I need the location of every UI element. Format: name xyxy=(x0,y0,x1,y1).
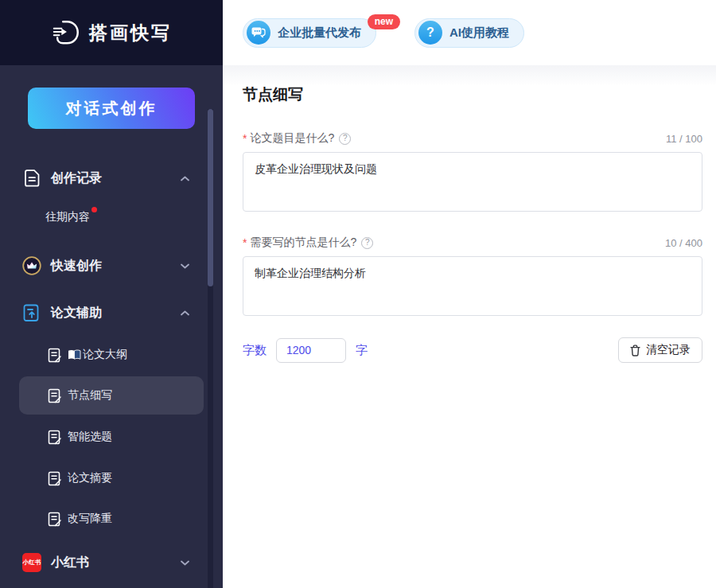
sidebar-item-label: 论文摘要 xyxy=(68,471,112,485)
chevron-up-icon xyxy=(181,176,189,181)
sidebar-item-paper-assist[interactable]: 论文辅助 xyxy=(0,295,223,330)
field-label: 需要写的节点是什么? xyxy=(250,236,356,250)
sidebar-item-label: 往期内容 xyxy=(45,210,90,223)
sidebar-item-past-content[interactable]: 往期内容 xyxy=(0,205,223,229)
node-name-textarea[interactable]: 制革企业治理结构分析 xyxy=(243,256,702,316)
sidebar-item-label: 改写降重 xyxy=(68,512,112,526)
notification-dot-icon xyxy=(91,207,97,212)
sidebar-item-label: 创作记录 xyxy=(51,170,102,187)
sidebar-menu: 创作记录 往期内容 xyxy=(0,161,223,580)
logo-header: 搭画快写 xyxy=(0,0,223,65)
field-node-name: * 需要写的节点是什么? ? 10 / 400 制革企业治理结构分析 xyxy=(243,236,702,316)
chat-bubbles-icon xyxy=(247,21,270,45)
batch-publish-button[interactable]: 企业批量代发布 new xyxy=(243,18,376,48)
clear-records-label: 清空记录 xyxy=(646,343,691,357)
document-pencil-icon xyxy=(48,430,61,445)
form-panel: 节点细写 * 论文题目是什么? ? 11 / 100 皮革企业治理现状及问题 *… xyxy=(223,65,716,588)
char-counter: 10 / 400 xyxy=(665,237,702,249)
required-asterisk: * xyxy=(243,236,247,249)
dialog-create-button[interactable]: 对话式创作 xyxy=(28,88,195,129)
sidebar-item-node-writing[interactable]: 节点细写 xyxy=(19,376,204,415)
document-pencil-icon xyxy=(48,512,61,527)
sidebar-item-label: 论文辅助 xyxy=(51,305,102,321)
clear-records-button[interactable]: 清空记录 xyxy=(618,337,702,363)
sidebar-item-smart-topic[interactable]: 智能选题 xyxy=(0,423,223,451)
main-area: 企业批量代发布 new ? AI使用教程 节点细写 * 论文题目是什么? ? 1… xyxy=(223,0,716,588)
paper-assist-icon xyxy=(22,304,41,322)
word-count-row: 字数 字 清空记录 xyxy=(243,337,702,363)
sidebar-item-paper-abstract[interactable]: 论文摘要 xyxy=(0,464,223,493)
word-count-unit: 字 xyxy=(356,343,368,358)
field-paper-title: * 论文题目是什么? ? 11 / 100 皮革企业治理现状及问题 xyxy=(243,131,702,212)
sidebar-item-label: 智能选题 xyxy=(68,430,112,444)
crown-icon xyxy=(22,256,41,275)
sidebar-item-xiaohongshu[interactable]: 小红书 小红书 xyxy=(0,545,223,580)
sidebar-item-label: 节点细写 xyxy=(68,388,112,403)
sidebar-item-label: 快速创作 xyxy=(51,258,102,275)
field-label: 论文题目是什么? xyxy=(250,131,334,146)
app-window: 搭画快写 对话式创作 创作记录 往期内容 xyxy=(0,0,716,588)
logo-icon xyxy=(51,18,81,48)
sidebar-scrollbar-thumb[interactable] xyxy=(208,109,213,286)
required-asterisk: * xyxy=(243,132,247,145)
document-icon xyxy=(22,169,41,187)
document-pencil-icon xyxy=(48,348,61,363)
ai-tutorial-label: AI使用教程 xyxy=(449,25,509,41)
help-icon[interactable]: ? xyxy=(361,237,373,249)
char-counter: 11 / 100 xyxy=(666,133,702,145)
chevron-down-icon xyxy=(181,560,189,566)
chevron-up-icon xyxy=(181,310,189,316)
word-count-input[interactable] xyxy=(276,338,346,363)
sidebar-item-label: 小红书 xyxy=(51,555,89,571)
chevron-down-icon xyxy=(181,263,189,269)
help-icon[interactable]: ? xyxy=(339,133,351,145)
document-pencil-icon xyxy=(48,388,61,403)
logo-wordmark: 搭画快写 xyxy=(89,21,172,45)
trash-icon xyxy=(630,345,640,356)
top-header: 企业批量代发布 new ? AI使用教程 xyxy=(223,0,716,65)
batch-publish-label: 企业批量代发布 xyxy=(278,25,361,41)
sidebar-item-paper-outline[interactable]: 论文大纲 xyxy=(0,341,223,369)
sidebar-item-creation-records[interactable]: 创作记录 xyxy=(0,161,223,196)
new-badge: new xyxy=(368,14,400,29)
xiaohongshu-icon: 小红书 xyxy=(22,553,41,572)
sidebar-item-label: 论文大纲 xyxy=(83,348,127,362)
question-circle-icon: ? xyxy=(418,21,442,45)
sidebar: 搭画快写 对话式创作 创作记录 往期内容 xyxy=(0,0,223,588)
sidebar-item-quick-create[interactable]: 快速创作 xyxy=(0,248,223,283)
word-count-label: 字数 xyxy=(243,343,267,358)
paper-title-textarea[interactable]: 皮革企业治理现状及问题 xyxy=(243,152,702,212)
page-title: 节点细写 xyxy=(243,84,702,105)
document-pencil-icon xyxy=(48,471,61,486)
ai-tutorial-button[interactable]: ? AI使用教程 xyxy=(414,18,524,48)
book-icon xyxy=(68,349,81,360)
sidebar-item-rewrite[interactable]: 改写降重 xyxy=(0,504,223,533)
